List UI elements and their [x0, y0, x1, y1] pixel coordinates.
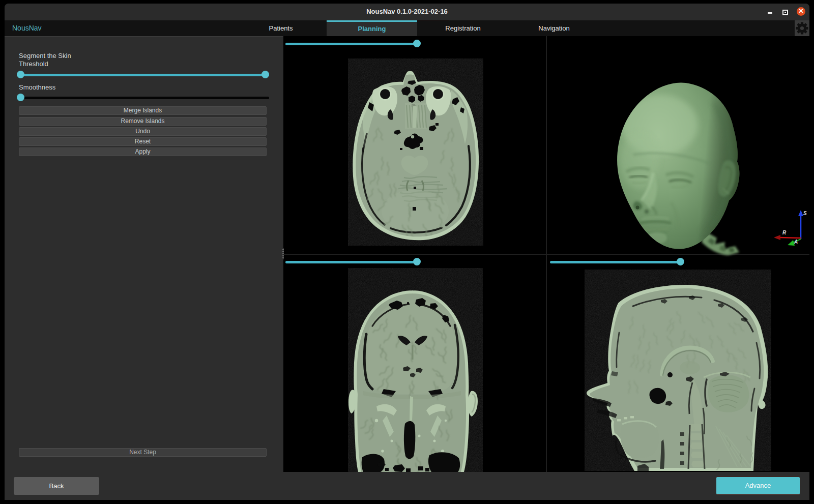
svg-text:A: A [794, 239, 798, 245]
svg-text:R: R [782, 230, 787, 235]
svg-text:S: S [803, 211, 807, 216]
